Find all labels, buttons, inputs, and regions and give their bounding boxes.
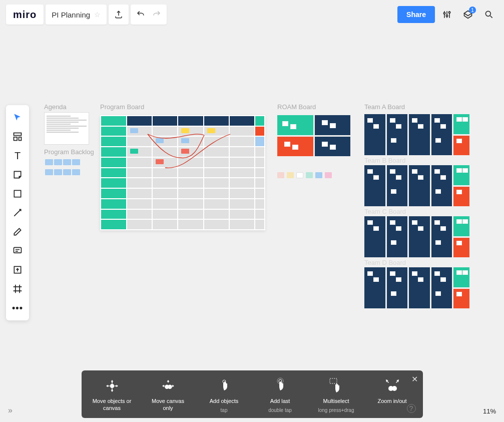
gesture-move-objects: Move objects or canvas: [92, 377, 133, 412]
label-program-board: Program Board: [100, 103, 144, 111]
help-icon[interactable]: ?: [407, 404, 416, 413]
gesture-add-last: Add last double tap: [260, 377, 301, 413]
svg-point-2: [448, 12, 450, 13]
legend-chip: [325, 172, 332, 178]
zoom-level[interactable]: 11%: [483, 407, 496, 415]
label-roam-board: ROAM Board: [277, 103, 316, 111]
roam-board-card[interactable]: [277, 115, 350, 156]
pinch-icon: [384, 377, 401, 394]
label-team-c: Team C Board: [364, 208, 406, 215]
expand-panel-button[interactable]: »: [8, 406, 13, 415]
svg-point-10: [110, 383, 114, 388]
roam-legend: [277, 172, 332, 178]
export-button[interactable]: [109, 5, 129, 25]
tap-icon: [217, 377, 232, 394]
logo-text: miro: [13, 9, 37, 21]
program-board-card[interactable]: [100, 115, 265, 230]
search-icon[interactable]: [480, 6, 498, 24]
two-hand-icon: [160, 377, 177, 394]
header: miro PI Planning ☆ Share 1: [6, 4, 498, 25]
label-team-a: Team A Board: [364, 103, 405, 111]
gesture-add-objects: Add objects tap: [204, 377, 245, 413]
select-icon: [328, 377, 345, 394]
team-board-card[interactable]: [364, 267, 469, 308]
notification-badge: 1: [469, 7, 476, 14]
canvas[interactable]: Agenda Program Board Program Backlog ROA…: [0, 30, 504, 422]
legend-chip: [287, 172, 294, 178]
gesture-help-bar: ✕ Move objects or canvas Move canvas onl…: [82, 370, 423, 418]
svg-point-12: [168, 384, 172, 389]
header-left: miro PI Planning ☆: [6, 5, 167, 25]
gesture-zoom: Zoom in/out: [372, 377, 413, 404]
hand-icon: [104, 377, 121, 394]
backlog-card[interactable]: [44, 158, 89, 179]
star-icon[interactable]: ☆: [94, 11, 101, 19]
svg-rect-16: [330, 378, 337, 383]
legend-chip: [277, 172, 284, 178]
settings-icon[interactable]: [438, 6, 456, 24]
share-button[interactable]: Share: [397, 6, 435, 23]
label-team-d: Team D Board: [364, 259, 406, 266]
label-program-backlog: Program Backlog: [44, 148, 94, 156]
undo-button[interactable]: [136, 9, 145, 20]
label-agenda: Agenda: [44, 103, 67, 111]
legend-chip: [296, 172, 303, 178]
legend-chip: [306, 172, 313, 178]
logo[interactable]: miro: [6, 5, 44, 25]
double-tap-icon: [273, 377, 288, 394]
board-title: PI Planning: [52, 11, 90, 19]
close-icon[interactable]: ✕: [411, 374, 418, 384]
redo-button[interactable]: [152, 9, 161, 20]
svg-point-1: [446, 15, 447, 17]
gesture-move-canvas: Move canvas only: [148, 377, 189, 412]
team-board-card[interactable]: [364, 165, 469, 206]
svg-point-3: [485, 11, 490, 16]
svg-point-18: [392, 386, 397, 391]
header-right: Share 1: [397, 6, 498, 24]
label-team-b: Team B Board: [364, 157, 405, 164]
svg-point-0: [443, 13, 445, 14]
gesture-multiselect: Multiselect long press+drag: [316, 377, 357, 413]
team-board-card[interactable]: [364, 114, 469, 155]
undo-redo-box: [131, 5, 167, 25]
legend-chip: [315, 172, 322, 178]
agenda-card[interactable]: [44, 112, 89, 145]
notifications-icon[interactable]: 1: [459, 6, 477, 24]
board-title-box[interactable]: PI Planning ☆: [46, 5, 107, 25]
team-board-card[interactable]: [364, 216, 469, 257]
